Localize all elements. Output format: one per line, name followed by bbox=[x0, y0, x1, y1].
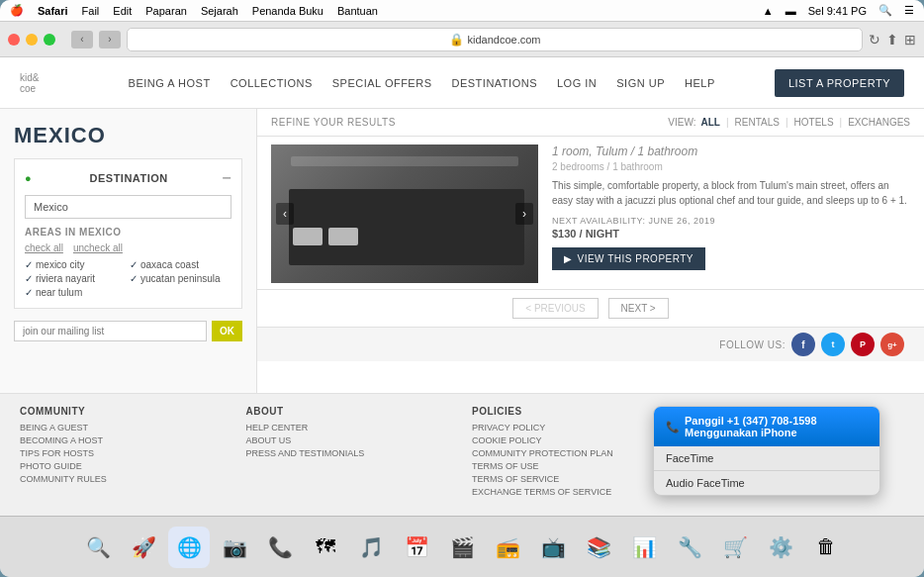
image-prev-button[interactable]: ‹ bbox=[276, 203, 294, 225]
bed-frame-2 bbox=[422, 189, 524, 265]
footer-press[interactable]: PRESS AND TESTIMONIALS bbox=[246, 448, 453, 458]
dock-music[interactable]: 🎵 bbox=[350, 527, 392, 568]
dock-safari[interactable]: 🌐 bbox=[168, 527, 210, 568]
tab-hotels[interactable]: HOTELS bbox=[794, 117, 834, 128]
site-header: kid&coe BEING A HOST COLLECTIONS SPECIAL… bbox=[0, 57, 924, 109]
nav-special-offers[interactable]: SPECIAL OFFERS bbox=[332, 77, 432, 89]
prev-page-button[interactable]: < PREVIOUS bbox=[512, 298, 598, 319]
maximize-button[interactable] bbox=[44, 34, 55, 46]
footer-community-rules[interactable]: COMMUNITY RULES bbox=[20, 474, 227, 484]
next-page-button[interactable]: NEXT > bbox=[608, 298, 669, 319]
cb-riviera[interactable]: ✓riviera nayarit bbox=[25, 273, 127, 284]
dock-books[interactable]: 📚 bbox=[578, 527, 619, 568]
cb-oaxaca[interactable]: ✓oaxaca coast bbox=[130, 259, 231, 270]
dock-appstore[interactable]: 🛒 bbox=[714, 527, 756, 568]
pillow-1 bbox=[293, 228, 323, 245]
dock-maps[interactable]: 🗺 bbox=[305, 527, 346, 568]
email-section: OK bbox=[14, 321, 242, 341]
uncheck-all-link[interactable]: uncheck all bbox=[73, 242, 123, 253]
site-logo[interactable]: kid&coe bbox=[20, 72, 39, 94]
dock-tv[interactable]: 📺 bbox=[532, 527, 574, 568]
facebook-button[interactable]: f bbox=[791, 333, 815, 356]
nav-being-a-host[interactable]: BEING A HOST bbox=[129, 77, 211, 89]
minimize-button[interactable] bbox=[26, 34, 38, 46]
dock-trash[interactable]: 🗑 bbox=[805, 527, 847, 568]
collapse-icon[interactable]: − bbox=[222, 169, 231, 187]
menu-safari[interactable]: Safari bbox=[38, 5, 68, 17]
footer-about-title: ABOUT bbox=[246, 406, 453, 417]
filter-label: DESTINATION bbox=[90, 172, 168, 184]
destination-input[interactable] bbox=[25, 195, 231, 219]
reload-button[interactable]: ↻ bbox=[869, 32, 880, 48]
dock-calendar[interactable]: 📅 bbox=[396, 527, 437, 568]
menu-edit[interactable]: Edit bbox=[113, 5, 132, 17]
twitter-button[interactable]: t bbox=[821, 333, 845, 356]
browser-toolbar: ‹ › 🔒 kidandcoe.com ↻ ⬆ ⊞ bbox=[0, 22, 924, 57]
footer-community-title: COMMUNITY bbox=[20, 406, 227, 417]
phone-popup[interactable]: 📞 Panggil +1 (347) 708-1598 Menggunakan … bbox=[653, 406, 880, 496]
footer-community-protection[interactable]: COMMUNITY PROTECTION PLAN bbox=[472, 448, 679, 458]
footer-being-guest[interactable]: BEING A GUEST bbox=[20, 423, 227, 433]
footer-exchange-terms[interactable]: EXCHANGE TERMS OF SERVICE bbox=[472, 487, 679, 497]
close-button[interactable] bbox=[8, 34, 20, 46]
image-next-button[interactable]: › bbox=[515, 203, 533, 225]
new-tab-button[interactable]: ⊞ bbox=[904, 32, 916, 48]
traffic-lights bbox=[8, 34, 55, 46]
dock-itunes[interactable]: 🎬 bbox=[441, 527, 483, 568]
footer-help-center[interactable]: HELP CENTER bbox=[246, 423, 453, 433]
filter-header: ● DESTINATION − bbox=[25, 169, 231, 187]
control-icon[interactable]: ☰ bbox=[904, 4, 914, 17]
menu-sejarah[interactable]: Sejarah bbox=[201, 5, 238, 17]
footer-cookie[interactable]: COOKIE POLICY bbox=[472, 435, 679, 445]
pinterest-button[interactable]: P bbox=[851, 333, 875, 356]
dock-launchpad[interactable]: 🚀 bbox=[123, 527, 164, 568]
footer-terms-service[interactable]: TERMS OF SERVICE bbox=[472, 474, 679, 484]
nav-log-in[interactable]: LOG IN bbox=[557, 77, 597, 89]
nav-sign-up[interactable]: SIGN UP bbox=[616, 77, 665, 89]
email-input[interactable] bbox=[14, 321, 207, 341]
footer-community: COMMUNITY BEING A GUEST BECOMING A HOST … bbox=[20, 406, 227, 500]
dock-settings[interactable]: ⚙️ bbox=[760, 527, 801, 568]
arrow-icon: ▶ bbox=[564, 253, 573, 264]
dock-numbers[interactable]: 📊 bbox=[623, 527, 665, 568]
dock-xcode[interactable]: 🔧 bbox=[669, 527, 710, 568]
cb-mexico-city[interactable]: ✓mexico city bbox=[25, 259, 127, 270]
view-property-button[interactable]: ▶ VIEW THIS PROPERTY bbox=[552, 247, 705, 270]
address-bar[interactable]: 🔒 kidandcoe.com bbox=[127, 28, 863, 51]
right-content: REFINE YOUR RESULTS VIEW: ALL | RENTALS … bbox=[257, 109, 924, 393]
menu-paparan[interactable]: Paparan bbox=[145, 5, 187, 17]
tab-exchanges[interactable]: EXCHANGES bbox=[848, 117, 910, 128]
footer-tips-hosts[interactable]: TIPS FOR HOSTS bbox=[20, 448, 227, 458]
back-button[interactable]: ‹ bbox=[71, 31, 93, 48]
tab-rentals[interactable]: RENTALS bbox=[735, 117, 780, 128]
dock-podcasts[interactable]: 📻 bbox=[487, 527, 528, 568]
nav-help[interactable]: HELP bbox=[685, 77, 715, 89]
facetime-option[interactable]: FaceTime bbox=[654, 446, 879, 471]
dock-photos[interactable]: 📷 bbox=[214, 527, 255, 568]
footer-about-us[interactable]: ABOUT US bbox=[246, 435, 453, 445]
menu-penanda[interactable]: Penanda Buku bbox=[252, 5, 323, 17]
nav-collections[interactable]: COLLECTIONS bbox=[231, 77, 313, 89]
cb-tulum[interactable]: ✓near tulum bbox=[25, 287, 127, 298]
menu-bantuan[interactable]: Bantuan bbox=[337, 5, 378, 17]
check-all-link[interactable]: check all bbox=[25, 242, 63, 253]
footer-photo-guide[interactable]: PHOTO GUIDE bbox=[20, 461, 227, 471]
forward-button[interactable]: › bbox=[99, 31, 121, 48]
dock-facetime[interactable]: 📞 bbox=[259, 527, 301, 568]
nav-destinations[interactable]: DESTINATIONS bbox=[452, 77, 537, 89]
cb-yucatan[interactable]: ✓yucatan peninsula bbox=[130, 273, 231, 284]
apple-icon[interactable]: 🍎 bbox=[10, 4, 24, 17]
tab-all[interactable]: ALL bbox=[701, 117, 720, 128]
dock: 🔍 🚀 🌐 📷 📞 🗺 🎵 📅 🎬 📻 📺 📚 📊 🔧 🛒 ⚙️ 🗑 bbox=[0, 516, 924, 577]
menu-fail[interactable]: Fail bbox=[82, 5, 100, 17]
google-plus-button[interactable]: g+ bbox=[880, 333, 904, 356]
footer-privacy[interactable]: PRIVACY POLICY bbox=[472, 423, 679, 433]
search-icon[interactable]: 🔍 bbox=[878, 4, 892, 17]
footer-terms-use[interactable]: TERMS OF USE bbox=[472, 461, 679, 471]
share-button[interactable]: ⬆ bbox=[886, 32, 898, 48]
audio-facetime-option[interactable]: Audio FaceTime bbox=[654, 471, 879, 495]
dock-finder[interactable]: 🔍 bbox=[77, 527, 119, 568]
list-property-button[interactable]: LIST A PROPERTY bbox=[775, 69, 904, 97]
ok-button[interactable]: OK bbox=[212, 321, 242, 341]
footer-becoming-host[interactable]: BECOMING A HOST bbox=[20, 435, 227, 445]
